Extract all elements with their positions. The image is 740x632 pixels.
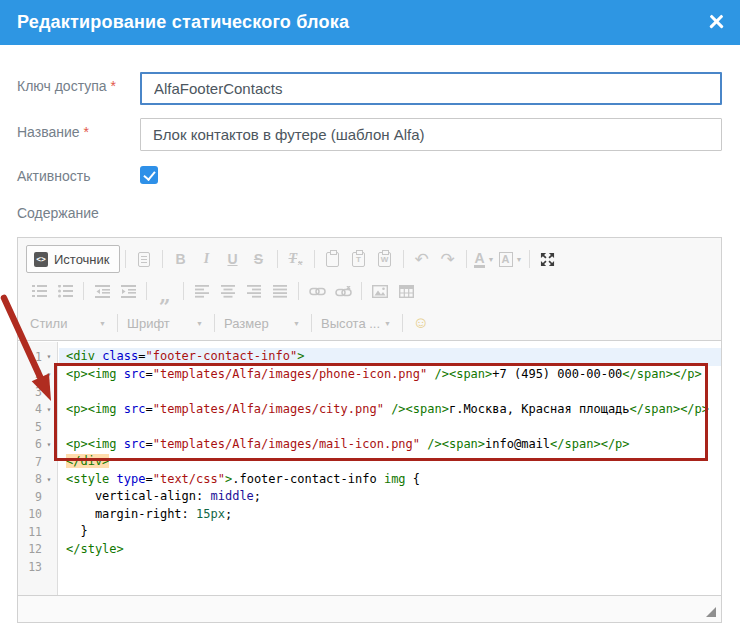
unlink-button[interactable] bbox=[331, 279, 355, 303]
paste-icon bbox=[326, 252, 339, 267]
paste-button[interactable] bbox=[321, 247, 345, 271]
redo-icon: ↷ bbox=[440, 249, 454, 270]
text-color-button[interactable]: A▼ bbox=[473, 247, 497, 271]
wysiwyg-editor: <> Источник B I U S Tx T W ↶ ↷ bbox=[17, 237, 722, 623]
undo-icon: ↶ bbox=[414, 249, 428, 270]
page-title: Редактирование статического блока bbox=[0, 12, 349, 33]
chevron-down-icon: ▼ bbox=[516, 256, 523, 263]
link-button[interactable] bbox=[305, 279, 329, 303]
indent-icon bbox=[121, 285, 136, 298]
bulleted-list-button[interactable] bbox=[53, 279, 77, 303]
source-button[interactable]: <> Источник bbox=[26, 245, 120, 273]
italic-icon: I bbox=[204, 251, 209, 267]
access-key-field[interactable] bbox=[140, 72, 722, 105]
bold-button[interactable]: B bbox=[169, 247, 193, 271]
code-line-12[interactable]: </style> bbox=[59, 541, 721, 559]
table-button[interactable] bbox=[394, 279, 418, 303]
blockquote-icon: „ bbox=[159, 290, 171, 300]
chevron-down-icon: ▼ bbox=[196, 320, 203, 327]
line-height-dropdown[interactable]: Высота ...▼ bbox=[317, 311, 397, 335]
blockquote-button[interactable]: „ bbox=[153, 283, 177, 307]
paste-word-button[interactable]: W bbox=[373, 247, 397, 271]
paste-word-icon: W bbox=[378, 252, 391, 267]
paste-text-icon: T bbox=[352, 252, 365, 267]
font-dropdown[interactable]: Шрифт▼ bbox=[123, 311, 209, 335]
editor-toolbar: <> Источник B I U S Tx T W ↶ ↷ bbox=[18, 238, 721, 341]
access-key-label: Ключ доступа* bbox=[17, 78, 116, 94]
indent-button[interactable] bbox=[116, 279, 140, 303]
code-line-5[interactable] bbox=[59, 418, 721, 436]
code-line-6[interactable]: <p><img src="templates/Alfa/images/mail-… bbox=[59, 436, 721, 454]
justify-button[interactable] bbox=[268, 279, 292, 303]
code-lines[interactable]: <div class="footer-contact-info"><p><img… bbox=[59, 342, 721, 596]
chevron-down-icon: ▼ bbox=[488, 256, 495, 263]
remove-format-button[interactable]: Tx bbox=[284, 247, 308, 271]
smiley-icon: ☺ bbox=[413, 314, 429, 332]
bg-color-icon: A bbox=[499, 252, 513, 267]
maximize-icon bbox=[540, 252, 555, 267]
templates-icon bbox=[138, 252, 150, 267]
strikethrough-button[interactable]: S bbox=[247, 247, 271, 271]
redo-button[interactable]: ↷ bbox=[436, 247, 460, 271]
code-line-13[interactable] bbox=[59, 558, 721, 576]
chevron-down-icon: ▼ bbox=[293, 320, 300, 327]
link-icon bbox=[309, 287, 326, 296]
required-asterisk: * bbox=[111, 78, 116, 94]
code-line-7[interactable]: </div> bbox=[59, 453, 721, 471]
align-center-icon bbox=[221, 285, 235, 298]
toolbar-row-1: <> Источник B I U S Tx T W ↶ ↷ bbox=[26, 243, 713, 275]
source-code-editor[interactable]: 1▾2▾34▾56▾78▾910111213 <div class="foote… bbox=[18, 342, 721, 596]
code-line-10[interactable]: margin-right: 15px; bbox=[59, 506, 721, 524]
modal-header: Редактирование статического блока bbox=[0, 0, 740, 45]
outdent-button[interactable] bbox=[90, 279, 114, 303]
maximize-button[interactable] bbox=[536, 247, 560, 271]
templates-button[interactable] bbox=[132, 247, 156, 271]
code-line-1[interactable]: <div class="footer-contact-info"> bbox=[59, 348, 721, 366]
bg-color-button[interactable]: A▼ bbox=[499, 247, 523, 271]
name-field[interactable] bbox=[140, 118, 722, 151]
editor-bottom-bar bbox=[18, 595, 721, 622]
code-line-9[interactable]: vertical-align: middle; bbox=[59, 488, 721, 506]
unlink-icon bbox=[335, 286, 352, 297]
content-label: Содержание bbox=[17, 205, 99, 221]
code-line-2[interactable]: <p><img src="templates/Alfa/images/phone… bbox=[59, 366, 721, 384]
numbered-list-button[interactable] bbox=[27, 279, 51, 303]
line-height-dropdown-label: Высота ... bbox=[321, 316, 380, 331]
remove-format-icon: T bbox=[288, 251, 297, 267]
table-icon bbox=[399, 285, 414, 298]
strikethrough-icon: S bbox=[254, 251, 263, 267]
active-checkbox[interactable] bbox=[140, 166, 158, 184]
text-color-icon: A bbox=[474, 251, 484, 268]
name-label: Название* bbox=[17, 124, 89, 140]
bold-icon: B bbox=[175, 251, 185, 267]
paste-text-button[interactable]: T bbox=[347, 247, 371, 271]
chevron-down-icon: ▼ bbox=[384, 320, 391, 327]
code-line-8[interactable]: <style type="text/css">.footer-contact-i… bbox=[59, 471, 721, 489]
code-line-4[interactable]: <p><img src="templates/Alfa/images/city.… bbox=[59, 401, 721, 419]
underline-button[interactable]: U bbox=[221, 247, 245, 271]
undo-button[interactable]: ↶ bbox=[410, 247, 434, 271]
smiley-button[interactable]: ☺ bbox=[409, 311, 433, 335]
styles-dropdown[interactable]: Стили▼ bbox=[26, 311, 112, 335]
align-left-icon bbox=[195, 285, 209, 298]
resize-handle-icon[interactable] bbox=[706, 607, 716, 617]
align-right-button[interactable] bbox=[242, 279, 266, 303]
underline-icon: U bbox=[227, 251, 237, 267]
justify-icon bbox=[273, 285, 287, 298]
close-icon[interactable] bbox=[706, 12, 726, 32]
align-right-icon bbox=[247, 285, 261, 298]
image-button[interactable] bbox=[368, 279, 392, 303]
code-line-11[interactable]: } bbox=[59, 523, 721, 541]
italic-button[interactable]: I bbox=[195, 247, 219, 271]
size-dropdown-label: Размер bbox=[224, 316, 269, 331]
source-icon: <> bbox=[34, 252, 48, 267]
code-gutter[interactable]: 1▾2▾34▾56▾78▾910111213 bbox=[18, 342, 58, 596]
outdent-icon bbox=[95, 285, 110, 298]
code-line-3[interactable] bbox=[59, 383, 721, 401]
size-dropdown[interactable]: Размер▼ bbox=[220, 311, 306, 335]
numbered-list-icon bbox=[32, 285, 47, 298]
image-icon bbox=[372, 285, 388, 298]
align-center-button[interactable] bbox=[216, 279, 240, 303]
align-left-button[interactable] bbox=[190, 279, 214, 303]
toolbar-row-2: „ bbox=[26, 275, 713, 307]
